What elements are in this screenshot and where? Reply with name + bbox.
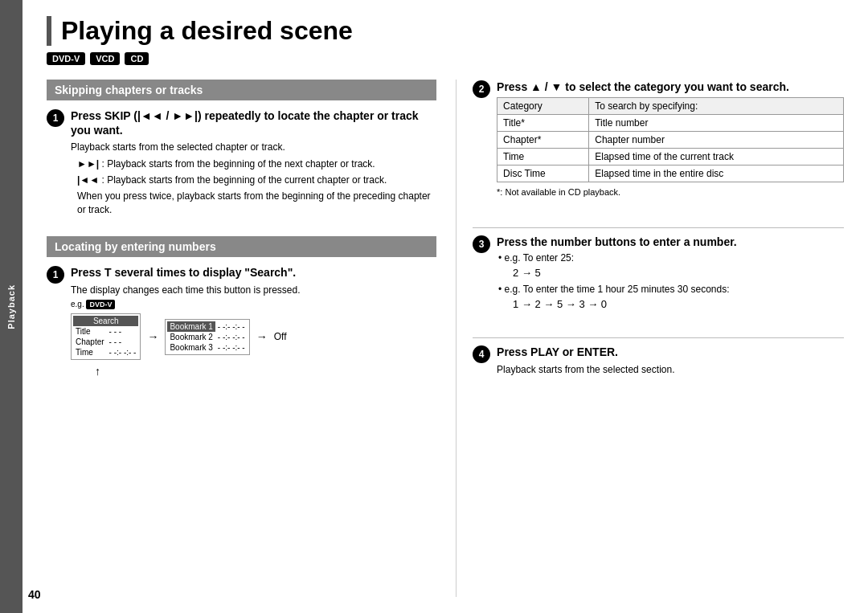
page-number: 40 xyxy=(28,588,41,601)
arrow-to-off: → xyxy=(256,330,268,343)
bookmark-row-1: Bookmark 1 - -:- -:- - xyxy=(167,321,247,332)
bookmark-3-value: - -:- -:- - xyxy=(215,342,248,353)
sub2-text: : Playback starts from the beginning of … xyxy=(101,174,387,186)
section-header-locating: Locating by entering numbers xyxy=(47,236,436,257)
table-cell-time-cat: Time xyxy=(497,149,589,166)
bookmark-2-value: - -:- -:- - xyxy=(215,332,248,342)
step3-title: Press the number buttons to enter a numb… xyxy=(497,235,844,249)
step3-bullet2: e.g. To enter the time 1 hour 25 minutes… xyxy=(498,284,844,295)
step-circle-locate: 1 xyxy=(47,266,64,284)
category-table: Category To search by specifying: Title*… xyxy=(497,97,844,182)
sub1-text: : Playback starts from the beginning of … xyxy=(101,158,375,170)
step-skip-content: Press SKIP (|◄◄ / ►►|) repeatedly to loc… xyxy=(71,108,436,219)
badge-vcd: VCD xyxy=(90,52,120,65)
table-cell-chapter-val: Chapter number xyxy=(589,132,844,149)
main-content: Playing a desired scene DVD-V VCD CD Ski… xyxy=(23,0,868,613)
section-step3: 3 Press the number buttons to enter a nu… xyxy=(473,235,844,321)
example-badge: DVD-V xyxy=(86,300,115,309)
col-header-search: To search by specifying: xyxy=(589,98,844,115)
bookmark-table: Bookmark 1 - -:- -:- - Bookmark 2 - -:- … xyxy=(167,321,247,353)
step-circle-3: 3 xyxy=(473,235,490,253)
step-locate: 1 Press T several times to display "Sear… xyxy=(47,265,436,378)
example-text: e.g. xyxy=(71,300,84,309)
search-box-table: Title - - - Chapter - - - Ti xyxy=(73,326,138,358)
step-locate-desc: The display changes each time this butto… xyxy=(71,284,436,297)
table-cell-time-val: Elapsed time of the current track xyxy=(589,149,844,166)
section-step2: 2 Press ▲ / ▼ to select the category you… xyxy=(473,80,844,211)
step2-title: Press ▲ / ▼ to select the category you w… xyxy=(497,80,844,94)
step-skip-sub2: |◄◄ : Playback starts from the beginning… xyxy=(77,174,436,187)
table-cell-title-val: Title number xyxy=(589,115,844,132)
sub2-icon: |◄◄ xyxy=(77,174,99,186)
search-box-header: Search xyxy=(73,316,138,326)
page-title: Playing a desired scene xyxy=(47,16,844,46)
bookmark-row-2: Bookmark 2 - -:- -:- - xyxy=(167,332,247,342)
section-locating: Locating by entering numbers 1 Press T s… xyxy=(47,236,436,384)
step-2: 2 Press ▲ / ▼ to select the category you… xyxy=(473,80,844,205)
step-4: 4 Press PLAY or ENTER. Playback starts f… xyxy=(473,345,844,379)
bookmark-box: Bookmark 1 - -:- -:- - Bookmark 2 - -:- … xyxy=(165,319,249,355)
search-chapter-value: - - - xyxy=(107,337,139,347)
example-label: e.g. DVD-V xyxy=(71,300,436,309)
columns: Skipping chapters or tracks 1 Press SKIP… xyxy=(47,80,844,597)
search-time-value: - -:- -:- - xyxy=(107,347,139,358)
search-row-time: Time - -:- -:- - xyxy=(73,347,138,358)
table-header-row: Category To search by specifying: xyxy=(497,98,844,115)
arrow-to-bookmark: → xyxy=(147,330,158,343)
divider-3-4 xyxy=(473,337,844,338)
format-badges: DVD-V VCD CD xyxy=(47,52,844,65)
table-row-title: Title* Title number xyxy=(497,115,844,132)
off-label: Off xyxy=(274,331,287,342)
step-skip-sub1: ►►| : Playback starts from the beginning… xyxy=(77,157,436,171)
table-row-time: Time Elapsed time of the current track xyxy=(497,149,844,166)
search-time-label: Time xyxy=(73,347,107,358)
step-skip-sub3: When you press twice, playback starts fr… xyxy=(77,190,436,217)
search-box: Search Title - - - Chapter - - xyxy=(71,313,141,360)
section-header-skipping: Skipping chapters or tracks xyxy=(47,80,436,100)
bookmark-3-label: Bookmark 3 xyxy=(167,342,215,353)
step2-content: Press ▲ / ▼ to select the category you w… xyxy=(497,80,844,205)
sidebar-label: Playback xyxy=(6,284,16,329)
step-skip-title: Press SKIP (|◄◄ / ►►|) repeatedly to loc… xyxy=(71,108,436,137)
table-cell-title-cat: Title* xyxy=(497,115,589,132)
search-row-title: Title - - - xyxy=(73,326,138,337)
step3-formula2: 1 → 2 → 5 → 3 → 0 xyxy=(513,298,844,310)
badge-cd: CD xyxy=(125,52,149,65)
search-chapter-label: Chapter xyxy=(73,337,107,347)
step4-desc: Playback starts from the selected sectio… xyxy=(497,363,844,377)
bookmark-1-label: Bookmark 1 xyxy=(167,321,215,332)
step3-bullet1: e.g. To enter 25: xyxy=(498,252,844,264)
search-row-chapter: Chapter - - - xyxy=(73,337,138,347)
search-title-label: Title xyxy=(73,326,107,337)
table-cell-chapter-cat: Chapter* xyxy=(497,132,589,149)
step-skip: 1 Press SKIP (|◄◄ / ►►|) repeatedly to l… xyxy=(47,108,436,219)
step3-content: Press the number buttons to enter a numb… xyxy=(497,235,844,315)
sidebar: Playback xyxy=(0,0,23,613)
right-column: 2 Press ▲ / ▼ to select the category you… xyxy=(456,80,844,597)
left-column: Skipping chapters or tracks 1 Press SKIP… xyxy=(47,80,436,597)
bookmark-2-label: Bookmark 2 xyxy=(167,332,215,342)
step-skip-desc: Playback starts from the selected chapte… xyxy=(71,141,436,154)
table-cell-disc-val: Elapsed time in the entire disc xyxy=(589,166,844,182)
bookmark-row-3: Bookmark 3 - -:- -:- - xyxy=(167,342,247,353)
search-title-value: - - - xyxy=(107,326,139,337)
table-row-disc: Disc Time Elapsed time in the entire dis… xyxy=(497,166,844,182)
section-step4: 4 Press PLAY or ENTER. Playback starts f… xyxy=(473,345,844,386)
col-header-category: Category xyxy=(497,98,589,115)
step4-content: Press PLAY or ENTER. Playback starts fro… xyxy=(497,345,844,379)
step-locate-content: Press T several times to display "Search… xyxy=(71,265,436,378)
step3-formula1: 2 → 5 xyxy=(513,267,844,279)
section-skipping: Skipping chapters or tracks 1 Press SKIP… xyxy=(47,80,436,225)
divider-2-3 xyxy=(473,227,844,228)
step-locate-title: Press T several times to display "Search… xyxy=(71,265,436,280)
table-cell-disc-cat: Disc Time xyxy=(497,166,589,182)
step-circle-4: 4 xyxy=(473,345,490,363)
sub1-icon: ►►| xyxy=(77,158,99,170)
arrow-up-icon: ↑ xyxy=(95,365,436,378)
table-row-chapter: Chapter* Chapter number xyxy=(497,132,844,149)
bookmark-1-value: - -:- -:- - xyxy=(215,321,248,332)
step4-title: Press PLAY or ENTER. xyxy=(497,345,844,359)
step-3: 3 Press the number buttons to enter a nu… xyxy=(473,235,844,315)
badge-dvdv: DVD-V xyxy=(47,52,85,65)
table-note: *: Not available in CD playback. xyxy=(497,187,844,197)
